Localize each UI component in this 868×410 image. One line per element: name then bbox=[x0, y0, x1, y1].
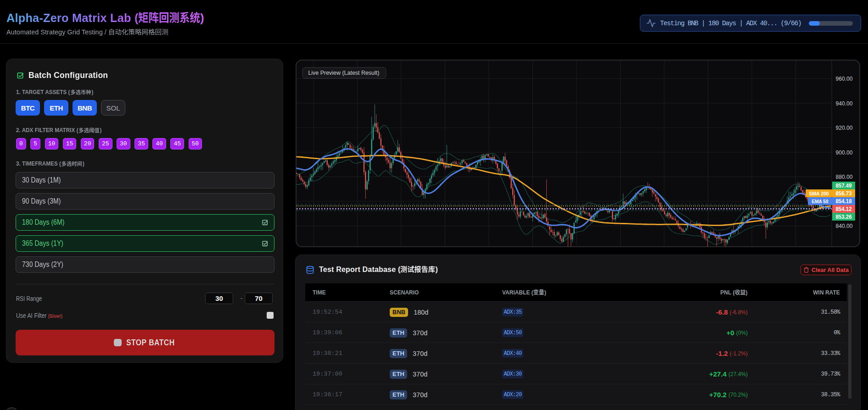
svg-text:854.18: 854.18 bbox=[836, 198, 852, 205]
svg-text:840.00: 840.00 bbox=[836, 223, 853, 229]
svg-text:960.00: 960.00 bbox=[836, 76, 853, 82]
svg-text:940.00: 940.00 bbox=[836, 100, 853, 107]
svg-text:857.49: 857.49 bbox=[836, 183, 852, 189]
svg-text:880.00: 880.00 bbox=[836, 174, 853, 180]
svg-text:920.00: 920.00 bbox=[836, 125, 853, 131]
svg-text:SMA 200: SMA 200 bbox=[809, 191, 829, 196]
svg-text:854.12: 854.12 bbox=[836, 206, 852, 212]
svg-text:900.00: 900.00 bbox=[836, 150, 853, 156]
svg-text:856.73: 856.73 bbox=[836, 190, 852, 197]
svg-text:Live Preview (Latest Result): Live Preview (Latest Result) bbox=[308, 69, 379, 76]
svg-text:853.26: 853.26 bbox=[836, 214, 852, 220]
svg-text:EMA 50: EMA 50 bbox=[812, 199, 829, 204]
